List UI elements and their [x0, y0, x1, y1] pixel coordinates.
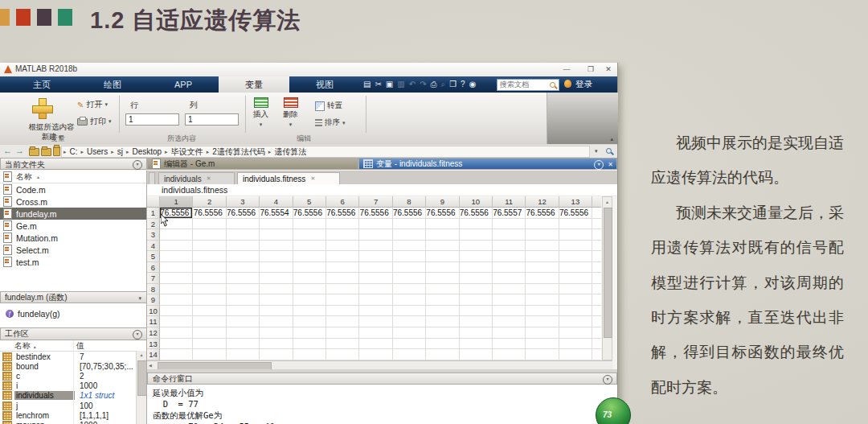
table-cell[interactable] — [193, 306, 226, 317]
folder-up-icon[interactable] — [29, 148, 39, 156]
table-cell[interactable] — [193, 251, 226, 262]
table-cell[interactable] — [227, 219, 260, 230]
table-cell[interactable] — [359, 306, 392, 317]
table-cell[interactable] — [160, 262, 193, 274]
table-cell[interactable] — [393, 251, 426, 262]
table-cell[interactable]: 76.5556 — [393, 208, 426, 219]
sign-in-link[interactable]: 登录 — [575, 79, 592, 90]
table-cell[interactable] — [393, 229, 426, 241]
table-cell[interactable] — [293, 229, 326, 241]
table-cell[interactable] — [260, 349, 293, 360]
column-header-11[interactable]: 11 — [493, 196, 526, 208]
table-cell[interactable] — [393, 339, 426, 350]
table-cell[interactable] — [460, 349, 493, 360]
collapsed-tab[interactable] — [149, 172, 155, 184]
command-window[interactable]: 延误最小值为 D = 77函数的最优解Ge为 ge = 70 34 55 40 — [147, 385, 617, 424]
row-header-3[interactable]: 3 — [147, 229, 160, 241]
row-header-7[interactable]: 7 — [147, 273, 160, 284]
table-cell[interactable] — [426, 229, 459, 241]
row-header-5[interactable]: 5 — [147, 251, 160, 262]
table-cell[interactable] — [526, 219, 559, 230]
table-cell[interactable] — [526, 229, 559, 241]
table-cell[interactable] — [293, 327, 326, 339]
row-header-8[interactable]: 8 — [147, 284, 160, 295]
table-cell[interactable] — [559, 229, 592, 241]
row-header-1[interactable]: 1 — [147, 208, 160, 219]
table-cell[interactable] — [193, 241, 226, 252]
table-cell[interactable] — [359, 294, 392, 306]
table-cell[interactable] — [359, 273, 392, 284]
table-cell[interactable] — [493, 273, 526, 284]
table-cell[interactable] — [160, 327, 193, 339]
scroll-up-icon[interactable]: ▲ — [137, 351, 146, 357]
table-cell[interactable] — [260, 262, 293, 274]
search-icon[interactable] — [550, 82, 555, 88]
table-cell[interactable] — [559, 294, 592, 306]
table-cell[interactable]: 76.5556 — [293, 208, 326, 219]
table-cell[interactable] — [393, 219, 426, 230]
row-header-9[interactable]: 9 — [147, 294, 160, 306]
table-cell[interactable] — [426, 219, 459, 230]
file-item[interactable]: Ge.m — [0, 220, 146, 232]
table-cell[interactable] — [160, 294, 193, 306]
table-cell[interactable] — [293, 251, 326, 262]
table-cell[interactable] — [526, 262, 559, 274]
table-cell[interactable] — [260, 229, 293, 241]
scroll-up-icon[interactable]: ▲ — [603, 197, 612, 204]
table-cell[interactable] — [526, 306, 559, 317]
row-input[interactable] — [125, 113, 179, 126]
table-cell[interactable] — [393, 294, 426, 306]
table-cell[interactable] — [260, 339, 293, 350]
tab-individuals[interactable]: individuals ✕ — [158, 172, 235, 184]
table-cell[interactable] — [193, 284, 226, 295]
table-cell[interactable] — [326, 229, 359, 241]
table-cell[interactable] — [359, 316, 392, 327]
table-cell[interactable] — [526, 251, 559, 262]
table-cell[interactable] — [326, 251, 359, 262]
table-cell[interactable] — [160, 251, 193, 262]
address-search-icon[interactable] — [606, 148, 612, 154]
cut-icon[interactable]: ✂ — [375, 79, 381, 89]
table-cell[interactable] — [426, 306, 459, 317]
table-cell[interactable] — [460, 229, 493, 241]
print-button[interactable]: 打印 ▾ — [77, 116, 112, 127]
community-icon[interactable]: ◉ — [469, 79, 477, 89]
breadcrumb-segment[interactable]: C: — [70, 147, 78, 156]
back-icon[interactable]: ← — [3, 146, 12, 155]
row-header-2[interactable]: 2 — [147, 219, 160, 230]
table-cell[interactable] — [193, 349, 226, 360]
table-cell[interactable] — [326, 306, 359, 317]
table-cell[interactable] — [460, 251, 493, 262]
table-cell[interactable] — [359, 229, 392, 241]
table-cell[interactable] — [426, 294, 459, 306]
table-cell[interactable] — [393, 327, 426, 339]
table-cell[interactable] — [493, 219, 526, 230]
transpose-button[interactable]: 转置 — [315, 101, 342, 111]
breadcrumb-segment[interactable]: sj — [117, 147, 123, 156]
table-cell[interactable] — [493, 339, 526, 350]
table-cell[interactable] — [160, 241, 193, 252]
table-cell[interactable] — [460, 219, 493, 230]
table-cell[interactable] — [460, 306, 493, 317]
table-cell[interactable] — [460, 294, 493, 306]
table-cell[interactable] — [326, 284, 359, 295]
table-cell[interactable]: 76.5556 — [193, 208, 226, 219]
table-cell[interactable] — [293, 219, 326, 230]
folder-browse-icon[interactable] — [41, 148, 51, 156]
save-icon[interactable]: ▤ — [363, 79, 371, 89]
table-cell[interactable] — [227, 327, 260, 339]
table-cell[interactable] — [227, 273, 260, 284]
row-header-12[interactable]: 12 — [147, 327, 160, 339]
breadcrumb-segment[interactable]: 毕设文件 — [171, 146, 203, 158]
panel-menu-icon[interactable]: ▾ — [133, 160, 142, 170]
row-header-10[interactable]: 10 — [147, 306, 160, 317]
table-cell[interactable] — [260, 284, 293, 295]
table-cell[interactable] — [326, 294, 359, 306]
file-item[interactable]: fundelay.m — [0, 208, 146, 220]
row-header-6[interactable]: 6 — [147, 262, 160, 274]
table-cell[interactable] — [493, 294, 526, 306]
file-item[interactable]: test.m — [0, 256, 146, 268]
table-cell[interactable] — [326, 241, 359, 252]
table-vertical-scrollbar[interactable]: ▲ — [602, 196, 612, 360]
sort-button[interactable]: 排序 ▾ — [315, 117, 346, 128]
